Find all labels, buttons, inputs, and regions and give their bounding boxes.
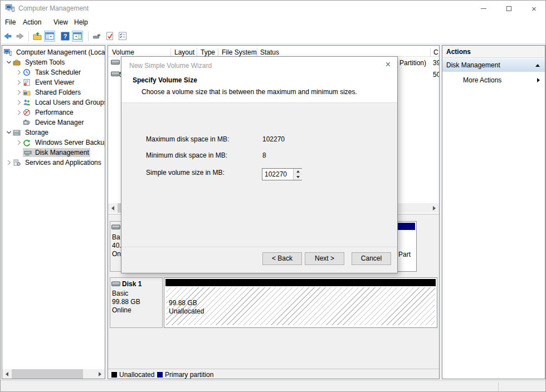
volume-size-value[interactable]: 102270: [265, 170, 287, 178]
menu-bar: File Action View Help: [1, 16, 545, 28]
device-tool-button[interactable]: [91, 31, 103, 42]
close-button[interactable]: ×: [521, 1, 546, 16]
toolbar-separator: [28, 31, 29, 41]
column-status[interactable]: Status: [260, 48, 279, 56]
collapse-icon[interactable]: [535, 64, 540, 67]
column-type[interactable]: Type: [201, 48, 215, 56]
wizard-page-header: Specify Volume Size Choose a volume size…: [121, 74, 397, 103]
tree-item-label: Event Viewer: [34, 78, 75, 87]
tree-item-label: Computer Management (Local: [15, 48, 105, 57]
disk1-size: 99.88 GB: [112, 298, 140, 306]
disk1-label-box[interactable]: Disk 1 Basic 99.88 GB Online: [110, 277, 163, 328]
chevron-down-icon[interactable]: [5, 129, 13, 136]
scroll-right-icon: [99, 372, 101, 376]
tree-item-task-scheduler[interactable]: Task Scheduler: [2, 67, 105, 77]
chevron-right-icon[interactable]: [15, 99, 23, 106]
back-wizard-button[interactable]: < Back: [262, 252, 302, 265]
tree-item-label: Task Scheduler: [34, 68, 82, 77]
tree-item-disk-management[interactable]: Disk Management: [2, 148, 105, 158]
back-button[interactable]: [2, 31, 13, 42]
folder-up-button[interactable]: [32, 31, 43, 42]
scroll-left-button[interactable]: [108, 203, 118, 213]
scroll-left-button[interactable]: [2, 369, 12, 379]
spin-down-button[interactable]: [294, 174, 302, 180]
maximize-button[interactable]: [496, 1, 521, 16]
scroll-right-icon: [433, 206, 436, 210]
scrollbar-thumb[interactable]: [12, 369, 83, 379]
wizard-footer: < Back Next > Cancel: [121, 247, 397, 273]
menu-file[interactable]: File: [5, 18, 16, 26]
tree-item-local-users-and-groups[interactable]: Local Users and Groups: [2, 97, 105, 107]
column-separator[interactable]: [197, 48, 197, 56]
minimize-button[interactable]: [471, 1, 496, 16]
check-document-button[interactable]: [104, 31, 115, 42]
help-button[interactable]: ?: [60, 31, 71, 42]
expander-placeholder: [15, 149, 23, 156]
action-pane-toggle-button[interactable]: [72, 31, 83, 42]
tree-item-storage[interactable]: Storage: [2, 128, 105, 138]
forward-button[interactable]: [14, 31, 26, 42]
scrollbar-track[interactable]: [12, 369, 95, 379]
expander-placeholder: [15, 119, 23, 126]
tree-horizontal-scrollbar[interactable]: [2, 369, 105, 379]
volume-size-spinbox[interactable]: 102270: [262, 168, 302, 180]
shared-folders-icon: [23, 89, 32, 96]
tree-item-windows-server-backup[interactable]: Windows Server Backup: [2, 138, 105, 148]
column-capacity[interactable]: C: [433, 48, 438, 56]
spin-up-button[interactable]: [294, 169, 302, 174]
chevron-right-icon[interactable]: [15, 89, 23, 96]
column-volume[interactable]: Volume: [112, 48, 134, 56]
tree-item-performance[interactable]: Performance: [2, 107, 105, 117]
disk1-unallocated-region[interactable]: [166, 287, 435, 325]
tree-item-shared-folders[interactable]: Shared Folders: [2, 87, 105, 97]
primary-partition-legend-swatch: [157, 372, 163, 378]
column-separator[interactable]: [430, 48, 431, 56]
more-actions-item[interactable]: More Actions: [442, 74, 545, 87]
disk1-unallocated-bar: [165, 279, 436, 286]
disk0-size-fragment: 40.: [112, 242, 121, 249]
tree-item-label: Device Manager: [34, 118, 85, 127]
scroll-right-button[interactable]: [95, 369, 105, 379]
column-separator[interactable]: [170, 48, 171, 56]
chevron-right-icon[interactable]: [5, 159, 13, 166]
chevron-right-icon[interactable]: [15, 139, 23, 146]
disk0-type-fragment: Ba: [112, 233, 120, 241]
menu-help[interactable]: Help: [74, 18, 88, 26]
chevron-right-icon[interactable]: [15, 109, 23, 116]
cancel-wizard-button[interactable]: Cancel: [352, 252, 391, 265]
simple-volume-size-label: Simple volume size in MB:: [146, 169, 225, 177]
spin-down-icon: [296, 176, 300, 178]
computer-management-window: Computer Management × File Action View H…: [0, 0, 546, 392]
checklist-button[interactable]: [117, 31, 128, 42]
tree-item-label: Shared Folders: [34, 88, 82, 97]
column-file-system[interactable]: File System: [222, 48, 257, 56]
chevron-down-icon[interactable]: [5, 58, 13, 66]
disk1-partition-strip[interactable]: 99.88 GB Unallocated: [164, 277, 437, 328]
next-wizard-button[interactable]: Next >: [305, 252, 344, 265]
tree-item-system-tools[interactable]: System Tools: [2, 57, 105, 67]
computer-management-app-icon: [6, 4, 14, 13]
chevron-right-icon[interactable]: [15, 79, 23, 86]
tree-item-event-viewer[interactable]: Event Viewer: [2, 77, 105, 87]
primary-partition-legend-label: Primary partition: [165, 371, 213, 379]
wizard-close-icon[interactable]: ×: [386, 60, 391, 69]
chevron-right-icon[interactable]: [15, 68, 23, 76]
disk1-type: Basic: [112, 290, 128, 297]
column-layout[interactable]: Layout: [174, 48, 194, 56]
scroll-right-button[interactable]: [430, 203, 439, 213]
actions-group-disk-management[interactable]: Disk Management: [442, 58, 545, 72]
minimize-icon: [481, 8, 486, 9]
tree-item-label: System Tools: [24, 58, 66, 67]
console-tree-toggle-button[interactable]: [44, 31, 55, 42]
folder-up-icon: [33, 32, 42, 41]
tree-item-computer-management[interactable]: Computer Management (Local: [2, 47, 105, 57]
menu-view[interactable]: View: [53, 18, 68, 26]
tree-item-services-and-applications[interactable]: Services and Applications: [2, 158, 105, 168]
column-separator[interactable]: [218, 48, 218, 56]
disk-icon: [111, 281, 120, 288]
column-separator[interactable]: [257, 48, 257, 56]
tree-item-device-manager[interactable]: Device Manager: [2, 117, 105, 128]
users-icon: [23, 99, 32, 106]
menu-action[interactable]: Action: [23, 18, 41, 26]
new-simple-volume-wizard-dialog: New Simple Volume Wizard × Specify Volum…: [121, 56, 398, 273]
